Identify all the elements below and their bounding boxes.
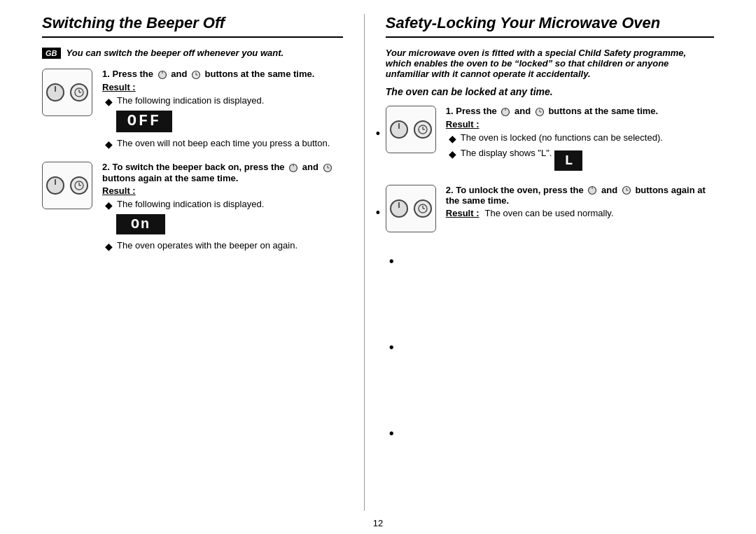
step-2-info: 2. To switch the beeper back on, press t…	[102, 162, 343, 253]
right-subtitle: The oven can be locked at any time.	[386, 86, 714, 97]
left-intro: GB You can switch the beeper off wheneve…	[42, 48, 343, 59]
right-title: Safety-Locking Your Microwave Oven	[386, 14, 714, 38]
extra-bullet-2: •	[389, 339, 714, 356]
knob-icon-2	[46, 176, 64, 195]
oven-diagram-2	[42, 162, 92, 209]
extra-bullet-1: •	[389, 253, 714, 269]
right-column: Safety-Locking Your Microwave Oven Your …	[365, 14, 714, 511]
clock-inline-icon-2	[323, 163, 332, 173]
right-step-2-info: 2. To unlock the oven, press the and	[446, 185, 714, 219]
bullet-1-2: ◆ The oven will not beep each time you p…	[102, 138, 343, 150]
bullet-right-1: •	[376, 127, 380, 141]
bullet-2-2: ◆ The oven operates with the beeper on a…	[102, 240, 343, 253]
content-area: Switching the Beeper Off GB You can swit…	[42, 0, 714, 511]
clock-inline-icon-1	[191, 70, 201, 80]
right-step-1-info: 1. Press the and buttons at the s	[446, 106, 714, 174]
oven-diagram-1	[42, 69, 92, 116]
right-step-2: • 2. To unlock the oven,	[386, 185, 714, 232]
left-column: Switching the Beeper Off GB You can swit…	[42, 14, 365, 511]
clock-btn-2	[70, 176, 88, 195]
step-1-info: 1. Press the and buttons at the s	[102, 69, 343, 150]
knob-inline-icon-1	[158, 70, 167, 80]
display-off: OFF	[116, 111, 172, 132]
right-clock-inline-1	[535, 107, 545, 117]
step-2: 2. To switch the beeper back on, press t…	[42, 162, 343, 253]
right-intro: Your microwave oven is fitted with a spe…	[386, 48, 714, 79]
display-L: L	[554, 150, 582, 171]
right-oven-diagram-2	[386, 185, 436, 232]
display-on: On	[116, 214, 165, 234]
right-bullet-1-2: ◆ The display shows "L". L	[446, 148, 714, 174]
right-extra-bullets: • • •	[386, 253, 714, 442]
right-knob-inline-2	[587, 185, 597, 195]
right-knob-inline-1	[500, 107, 510, 117]
knob-inline-icon-2	[288, 163, 298, 173]
page: Switching the Beeper Off GB You can swit…	[0, 0, 756, 534]
right-step-1: • 1. Press the	[386, 106, 714, 174]
bullet-2-1: ◆ The following indication is displayed.	[102, 199, 343, 211]
right-clock-1	[414, 120, 432, 139]
gb-badge: GB	[42, 48, 61, 59]
clock-btn-1	[70, 83, 88, 101]
right-clock-inline-2	[622, 185, 631, 195]
step-1: 1. Press the and buttons at the s	[42, 69, 343, 150]
right-oven-diagram-1	[386, 106, 436, 153]
right-clock-2	[414, 199, 432, 218]
bullet-right-2: •	[376, 206, 380, 220]
left-title: Switching the Beeper Off	[42, 14, 343, 38]
right-knob-1	[390, 120, 408, 139]
page-number: 12	[42, 511, 714, 534]
extra-bullet-3: •	[389, 426, 714, 442]
knob-icon-1	[46, 83, 64, 101]
right-bullet-1-1: ◆ The oven is locked (no functions can b…	[446, 132, 714, 145]
right-knob-2	[390, 199, 408, 218]
bullet-1-1: ◆ The following indication is displayed.	[102, 95, 343, 108]
